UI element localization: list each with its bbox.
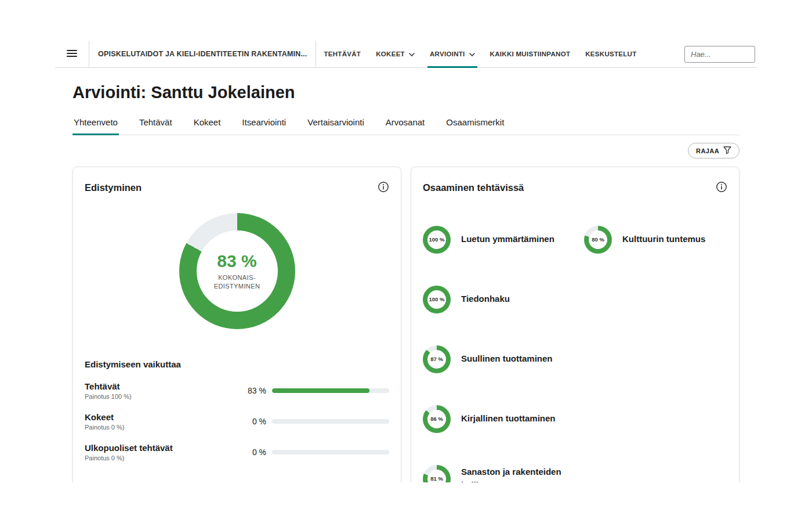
tab-tehtavat[interactable]: Tehtävät	[138, 111, 173, 135]
info-icon	[716, 181, 727, 194]
filter-funnel-icon	[723, 146, 731, 155]
chevron-down-icon	[409, 51, 415, 57]
page-title: Arviointi: Santtu Jokelainen	[72, 83, 740, 102]
top-navigation-bar: OPISKELUTAIDOT JA KIELI-IDENTITEETIN RAK…	[55, 41, 757, 68]
skill-donut: 86 %	[423, 405, 451, 433]
skill-donut: 80 %	[584, 226, 612, 254]
tab-itsearviointi[interactable]: Itsearviointi	[241, 111, 287, 135]
factor-label: Ulkopuoliset tehtävät	[85, 443, 240, 453]
skill-item-kirjallinen-tuottaminen: 86 % Kirjallinen tuottaminen	[423, 405, 584, 433]
app-window: OPISKELUTAIDOT JA KIELI-IDENTITEETIN RAK…	[55, 41, 757, 482]
search-input[interactable]	[684, 46, 755, 63]
factor-row-kokeet: Kokeet Painotus 0 %) 0 %	[85, 412, 389, 431]
skill-donut: 100 %	[423, 286, 451, 313]
filter-row: RAJAA	[72, 143, 740, 158]
factor-label: Tehtävät	[85, 381, 240, 391]
factors-section-title: Edistymiseen vaikuttaa	[85, 359, 389, 369]
skill-donut: 100 %	[423, 226, 451, 254]
info-icon	[378, 181, 389, 194]
factor-value: 0 %	[240, 448, 266, 457]
skill-item-kulttuurin-tuntemus: 80 % Kulttuurin tuntemus	[584, 226, 727, 254]
skills-card: Osaaminen tehtävissä 100 % Luetun ymmärt…	[411, 167, 740, 482]
skill-label: Tiedonhaku	[461, 293, 510, 306]
progress-card: Edistyminen 83 % KOKONAIS- EDISTYMINEN	[72, 167, 401, 482]
menu-button[interactable]	[55, 41, 89, 67]
nav-item-arviointi[interactable]: ARVIOINTI	[422, 41, 483, 67]
skill-label: Kirjallinen tuottaminen	[461, 412, 556, 425]
progress-bar	[272, 450, 389, 455]
tab-osaamismerkit[interactable]: Osaamismerkit	[445, 111, 505, 135]
factor-weight: Painotus 100 %)	[85, 393, 240, 400]
filter-button-label: RAJAA	[696, 147, 719, 154]
skill-donut: 81 %	[423, 465, 451, 483]
search-container	[684, 41, 757, 67]
skill-label: Kulttuurin tuntemus	[622, 233, 705, 246]
nav-label: KOKEET	[376, 51, 405, 57]
skill-label: Sanaston ja rakenteiden hallinta	[461, 466, 584, 482]
progress-card-title: Edistyminen	[85, 182, 142, 193]
factor-row-ulkopuoliset: Ulkopuoliset tehtävät Painotus 0 %) 0 %	[85, 443, 389, 461]
tab-vertaisarviointi[interactable]: Vertaisarviointi	[306, 111, 365, 135]
chevron-down-icon	[469, 51, 475, 57]
main-nav: TEHTÄVÄT KOKEET ARVIOINTI KAIKKI MUISTII…	[316, 41, 644, 67]
nav-item-kaikki-muistiinpanot[interactable]: KAIKKI MUISTIINPANOT	[483, 41, 578, 67]
filter-button[interactable]: RAJAA	[688, 143, 740, 158]
overall-progress-donut: 83 % KOKONAIS- EDISTYMINEN	[179, 213, 295, 329]
main-content: Arviointi: Santtu Jokelainen Yhteenveto …	[55, 83, 757, 482]
progress-bar	[272, 388, 389, 393]
overall-progress-value: 83 %	[217, 251, 256, 271]
overall-progress-caption: KOKONAIS- EDISTYMINEN	[214, 273, 260, 291]
course-title[interactable]: OPISKELUTAIDOT JA KIELI-IDENTITEETIN RAK…	[89, 41, 316, 67]
factor-label: Kokeet	[85, 412, 240, 422]
factor-row-tehtavat: Tehtävät Painotus 100 %) 83 %	[85, 381, 389, 400]
skill-item-sanaston-hallinta: 81 % Sanaston ja rakenteiden hallinta	[423, 465, 584, 483]
skill-label: Luetun ymmärtäminen	[461, 233, 554, 246]
hamburger-menu-icon	[65, 46, 79, 62]
nav-item-kokeet[interactable]: KOKEET	[368, 41, 422, 67]
skill-donut: 87 %	[423, 345, 451, 373]
skill-item-tiedonhaku: 100 % Tiedonhaku	[423, 286, 584, 313]
info-button[interactable]	[378, 181, 389, 194]
dashboard-cards: Edistyminen 83 % KOKONAIS- EDISTYMINEN	[72, 167, 740, 482]
tab-arvosanat[interactable]: Arvosanat	[385, 111, 426, 135]
nav-label: TEHTÄVÄT	[324, 51, 361, 57]
factor-value: 83 %	[240, 386, 266, 395]
skills-grid: 100 % Luetun ymmärtäminen 100 % Tiedonha…	[423, 210, 727, 482]
skill-item-suullinen-tuottaminen: 87 % Suullinen tuottaminen	[423, 345, 584, 373]
nav-label: KESKUSTELUT	[585, 51, 636, 57]
skill-item-luetun-ymmartaminen: 100 % Luetun ymmärtäminen	[423, 226, 584, 254]
factor-weight: Painotus 0 %)	[85, 424, 240, 431]
progress-bar	[272, 419, 389, 424]
tab-kokeet[interactable]: Kokeet	[193, 111, 222, 135]
factor-value: 0 %	[240, 417, 266, 426]
factor-weight: Painotus 0 %)	[85, 455, 240, 461]
tab-yhteenveto[interactable]: Yhteenveto	[72, 111, 119, 135]
assessment-tabs: Yhteenveto Tehtävät Kokeet Itsearviointi…	[72, 111, 740, 135]
skill-label: Suullinen tuottaminen	[461, 352, 553, 366]
info-button[interactable]	[716, 181, 727, 194]
skills-card-title: Osaaminen tehtävissä	[423, 182, 524, 193]
nav-label: KAIKKI MUISTIINPANOT	[490, 51, 571, 57]
nav-item-keskustelut[interactable]: KESKUSTELUT	[578, 41, 644, 67]
nav-item-tehtavat[interactable]: TEHTÄVÄT	[316, 41, 368, 67]
nav-label: ARVIOINTI	[430, 51, 465, 57]
